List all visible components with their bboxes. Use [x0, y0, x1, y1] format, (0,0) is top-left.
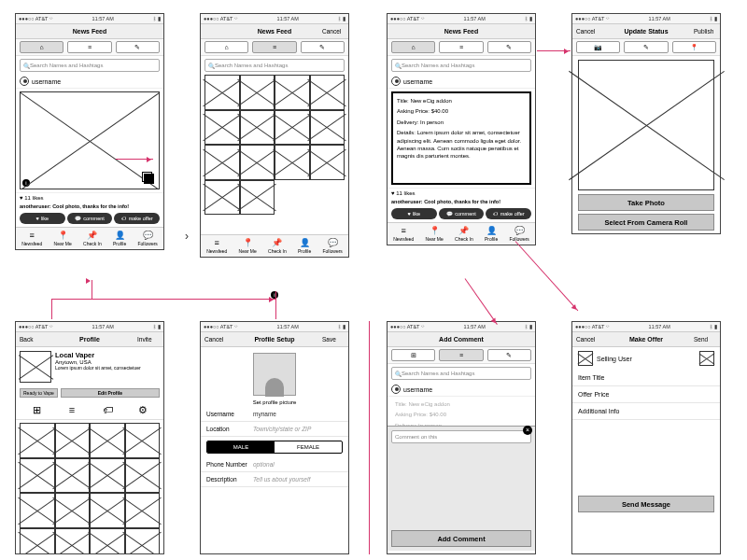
- grid-cell[interactable]: [90, 493, 125, 528]
- additional-info-input[interactable]: Additional Info: [572, 403, 720, 420]
- info-icon[interactable]: i: [22, 179, 30, 187]
- take-photo-button[interactable]: Take Photo: [578, 194, 714, 211]
- grid-cell[interactable]: [240, 110, 275, 146]
- tab-nearme[interactable]: 📍Near Me: [54, 231, 72, 246]
- tab-profile[interactable]: 👤Profile: [298, 238, 311, 254]
- comment-button[interactable]: 💬 comment: [67, 213, 113, 224]
- make-offer-button[interactable]: 🏷 make offer: [114, 213, 160, 224]
- publish-button[interactable]: Publish: [694, 28, 716, 35]
- grid-cell[interactable]: [20, 493, 55, 528]
- grid-cell[interactable]: [240, 75, 275, 110]
- send-message-button[interactable]: Send Message: [578, 496, 714, 512]
- grid-cell[interactable]: [20, 423, 55, 458]
- search-input[interactable]: 🔍 Search Names and Hashtags: [391, 59, 531, 72]
- search-input[interactable]: 🔍 Search Names and Hashtags: [204, 59, 345, 72]
- location-input[interactable]: Town/city/state or ZIP: [253, 426, 343, 432]
- grid-cell[interactable]: [275, 110, 310, 146]
- tab-newsfeed[interactable]: ≡Newsfeed: [206, 238, 227, 254]
- tab-newsfeed[interactable]: ≡Newsfeed: [21, 231, 42, 246]
- phone-input[interactable]: optional: [253, 461, 343, 468]
- grid-view-button[interactable]: ⌂: [20, 41, 63, 53]
- tab-followers[interactable]: 💬Followers: [137, 231, 157, 246]
- list-tab-icon[interactable]: ≡: [65, 403, 78, 416]
- grid-cell[interactable]: [90, 423, 125, 458]
- grid-cell[interactable]: [125, 528, 161, 555]
- grid-cell[interactable]: [90, 528, 125, 555]
- seg-female[interactable]: FEMALE: [275, 441, 342, 453]
- camera-button[interactable]: 📷: [576, 41, 620, 53]
- tab-followers[interactable]: 💬Followers: [509, 226, 529, 242]
- grid-cell[interactable]: [125, 458, 161, 494]
- compose-button[interactable]: ✎: [487, 349, 531, 361]
- list-view-button[interactable]: ≡: [439, 41, 483, 53]
- grid-cell[interactable]: [310, 75, 345, 110]
- grid-cell[interactable]: [204, 145, 240, 180]
- post-image[interactable]: i: [20, 91, 160, 189]
- status-image-placeholder[interactable]: [578, 60, 714, 190]
- seg-male[interactable]: MALE: [207, 441, 275, 453]
- cancel-button[interactable]: Cancel: [576, 28, 599, 35]
- grid-cell[interactable]: [125, 423, 161, 458]
- tab-profile[interactable]: 👤Profile: [113, 231, 126, 246]
- like-button[interactable]: ♥ like: [391, 208, 437, 219]
- search-input[interactable]: 🔍 Search Names and Hashtags: [20, 59, 160, 72]
- grid-view-button[interactable]: ⌂: [391, 41, 435, 53]
- tab-followers[interactable]: 💬Followers: [322, 238, 342, 254]
- tab-newsfeed[interactable]: ≡Newsfeed: [393, 226, 414, 242]
- item-title-input[interactable]: Item Title: [572, 370, 720, 386]
- list-view-button[interactable]: ≡: [67, 41, 111, 53]
- close-icon[interactable]: ×: [523, 426, 532, 435]
- grid-cell[interactable]: [55, 458, 91, 494]
- grid-cell[interactable]: [20, 458, 55, 494]
- grid-cell[interactable]: [240, 145, 275, 180]
- edit-profile-button[interactable]: Edit Profile: [61, 388, 160, 398]
- grid-cell[interactable]: [125, 493, 161, 528]
- tab-checkin[interactable]: 📌Check In: [455, 226, 473, 242]
- grid-cell[interactable]: [204, 110, 240, 146]
- gender-segmented-control[interactable]: MALEFEMALE: [206, 441, 343, 454]
- compose-button[interactable]: ✎: [487, 41, 531, 53]
- grid-view-button[interactable]: ⊞: [391, 349, 435, 361]
- cancel-button[interactable]: Cancel: [576, 336, 599, 343]
- set-picture-label[interactable]: Set profile picture: [201, 398, 348, 407]
- grid-cell[interactable]: [55, 528, 91, 555]
- make-offer-button[interactable]: 🏷 make offer: [486, 208, 531, 219]
- post-author[interactable]: username: [16, 75, 163, 89]
- stack-icon[interactable]: [142, 172, 153, 183]
- like-button[interactable]: ♥ like: [20, 213, 65, 224]
- camera-roll-button[interactable]: Select From Camera Roll: [578, 214, 714, 231]
- compose-button[interactable]: ✎: [116, 41, 160, 53]
- tab-checkin[interactable]: 📌Check In: [83, 231, 102, 246]
- grid-cell[interactable]: [55, 493, 91, 528]
- username-input[interactable]: myname: [253, 411, 343, 417]
- tab-profile[interactable]: 👤Profile: [485, 226, 498, 242]
- grid-cell[interactable]: [204, 180, 240, 216]
- profile-photo[interactable]: [20, 351, 51, 383]
- add-comment-button[interactable]: Add Comment: [391, 530, 531, 547]
- tab-checkin[interactable]: 📌Check In: [268, 238, 287, 254]
- grid-cell[interactable]: [90, 458, 125, 494]
- grid-cell[interactable]: [20, 528, 55, 555]
- search-input[interactable]: 🔍 Search Names and Hashtags: [391, 367, 531, 380]
- profile-picture-placeholder[interactable]: [253, 353, 296, 396]
- grid-view-button[interactable]: ⌂: [204, 41, 248, 53]
- list-view-button[interactable]: ≡: [439, 349, 483, 361]
- comment-textarea[interactable]: Comment on this ×: [391, 430, 531, 443]
- offer-price-input[interactable]: Offer Price: [572, 386, 720, 403]
- write-button[interactable]: ✎: [624, 41, 668, 53]
- tag-tab-icon[interactable]: 🏷: [101, 403, 114, 416]
- invite-button[interactable]: Invite: [137, 336, 160, 343]
- grid-cell[interactable]: [204, 75, 240, 110]
- back-button[interactable]: Back: [20, 336, 42, 343]
- grid-cell[interactable]: [55, 423, 91, 458]
- grid-cell[interactable]: [275, 145, 310, 180]
- save-button[interactable]: Save: [322, 336, 345, 343]
- grid-tab-icon[interactable]: ⊞: [30, 403, 43, 416]
- tab-nearme[interactable]: 📍Near Me: [426, 226, 444, 242]
- description-input[interactable]: Tell us about yourself: [253, 476, 343, 483]
- grid-cell[interactable]: [275, 75, 310, 110]
- send-button[interactable]: Send: [694, 336, 716, 343]
- post-author[interactable]: username: [388, 75, 535, 89]
- location-button[interactable]: 📍: [672, 41, 716, 53]
- list-view-button[interactable]: ≡: [252, 41, 296, 53]
